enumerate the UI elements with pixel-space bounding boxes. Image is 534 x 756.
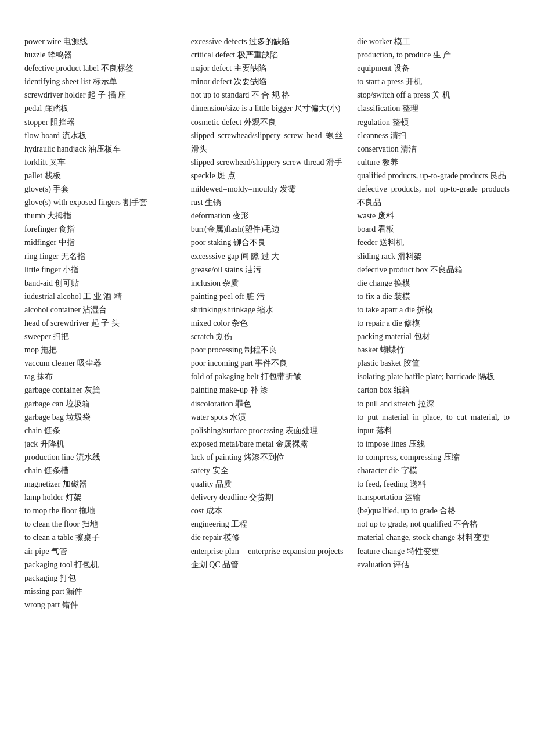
term-1-33: chain 链条槽	[23, 464, 178, 477]
term-3-22: packing material 包材	[356, 330, 511, 343]
term-2-23: poor processing 制程不良	[190, 343, 345, 357]
term-3-2: production, to produce 生 产	[356, 48, 511, 62]
term-3-21: to repair a die 修模	[356, 316, 511, 330]
term-2-30: exposed metal/bare metal 金属裸露	[190, 437, 345, 451]
column-3: die worker 模工production, to produce 生 产e…	[356, 35, 511, 611]
term-3-20: to take apart a die 拆模	[356, 303, 511, 316]
term-1-8: flow board 流水板	[23, 129, 178, 142]
term-2-33: quality 品质	[190, 477, 345, 491]
term-3-19: to fix a die 装模	[356, 290, 511, 303]
term-3-26: carton box 纸箱	[356, 383, 511, 397]
term-1-14: thumb 大拇指	[23, 209, 178, 222]
term-2-5: not up to standard 不 合 规 格	[190, 88, 345, 102]
term-1-42: missing part 漏件	[23, 585, 178, 598]
term-2-36: engineering 工程	[190, 517, 345, 531]
term-1-37: to clean the floor 扫地	[23, 517, 178, 531]
term-1-23: sweeper 扫把	[23, 330, 178, 343]
term-3-35: not up to grade, not qualified 不合格	[356, 517, 511, 531]
column-1: power wire 电源线buzzle 蜂鸣器defective produc…	[23, 35, 178, 611]
term-1-7: stopper 阻挡器	[23, 116, 178, 129]
term-3-11: qualified products, up-to-grade products…	[356, 169, 511, 182]
term-1-31: jack 升降机	[23, 437, 178, 451]
term-3-13: waste 废料	[356, 209, 511, 222]
term-2-22: scratch 划伤	[190, 330, 345, 343]
term-3-30: to compress, compressing 压缩	[356, 451, 511, 464]
term-3-5: stop/switch off a press 关 机	[356, 88, 511, 102]
term-1-13: glove(s) with exposed fingers 割手套	[23, 196, 178, 209]
term-2-2: critical defect 极严重缺陷	[190, 48, 345, 62]
term-1-1: power wire 电源线	[23, 35, 178, 48]
term-2-17: grease/oil stains 油污	[190, 263, 345, 276]
term-3-1: die worker 模工	[356, 35, 511, 48]
term-3-7: regulation 整顿	[356, 116, 511, 129]
term-3-9: conservation 清洁	[356, 142, 511, 156]
term-2-29: polishing/surface processing 表面处理	[190, 424, 345, 437]
term-2-6: dimension/size is a little bigger 尺寸偏大(小…	[190, 102, 345, 115]
term-3-8: cleanness 清扫	[356, 129, 511, 142]
term-2-9: slipped screwhead/shippery screw thread …	[190, 156, 345, 169]
term-3-23: basket 蝴蝶竹	[356, 343, 511, 357]
term-3-16: sliding rack 滑料架	[356, 250, 511, 263]
term-1-3: defective product label 不良标签	[23, 62, 178, 75]
term-3-18: die change 换模	[356, 276, 511, 290]
term-3-34: (be)qualfied, up to grade 合格	[356, 504, 511, 517]
main-content: power wire 电源线buzzle 蜂鸣器defective produc…	[23, 35, 511, 611]
term-1-2: buzzle 蜂鸣器	[23, 48, 178, 62]
term-2-31: lack of painting 烤漆不到位	[190, 451, 345, 464]
term-3-38: evaluation 评估	[356, 558, 511, 571]
term-2-32: safety 安全	[190, 464, 345, 477]
term-1-15: forefinger 食指	[23, 222, 178, 236]
term-3-10: culture 教养	[356, 156, 511, 169]
term-1-19: band-aid 创可贴	[23, 276, 178, 290]
term-1-29: garbage bag 垃圾袋	[23, 411, 178, 424]
term-1-21: alcohol container 沾湿台	[23, 303, 178, 316]
term-2-12: rust 生锈	[190, 196, 345, 209]
term-1-39: air pipe 气管	[23, 545, 178, 558]
term-1-10: forklift 叉车	[23, 156, 178, 169]
term-1-26: rag 抹布	[23, 370, 178, 383]
term-2-25: fold of pakaging belt 打包带折皱	[190, 370, 345, 383]
term-3-29: to impose lines 压线	[356, 437, 511, 451]
term-3-37: feature change 特性变更	[356, 545, 511, 558]
term-3-36: material change, stock change 材料变更	[356, 531, 511, 544]
term-2-14: burr(金属)flash(塑件)毛边	[190, 222, 345, 236]
term-2-38: enterprise plan = enterprise expansion p…	[190, 545, 345, 571]
term-1-6: pedal 踩踏板	[23, 102, 178, 115]
term-1-16: midfinger 中指	[23, 236, 178, 249]
term-1-30: chain 链条	[23, 424, 178, 437]
term-3-31: character die 字模	[356, 464, 511, 477]
term-3-3: equipment 设备	[356, 62, 511, 75]
term-3-4: to start a press 开机	[356, 75, 511, 88]
term-1-40: packaging tool 打包机	[23, 558, 178, 571]
term-2-1: excessive defects 过多的缺陷	[190, 35, 345, 48]
term-3-6: classification 整理	[356, 102, 511, 115]
term-2-28: water spots 水渍	[190, 411, 345, 424]
term-2-27: discoloration 罪色	[190, 397, 345, 411]
term-1-34: magnetizer 加磁器	[23, 477, 178, 491]
term-1-5: screwdriver holder 起 子 插 座	[23, 88, 178, 102]
term-1-38: to clean a table 擦桌子	[23, 531, 178, 544]
term-1-43: wrong part 错件	[23, 598, 178, 611]
term-1-9: hydraulic handjack 油压板车	[23, 142, 178, 156]
term-1-36: to mop the floor 拖地	[23, 504, 178, 517]
term-3-33: transportation 运输	[356, 491, 511, 504]
term-1-32: production line 流水线	[23, 451, 178, 464]
term-1-4: identifying sheet list 标示单	[23, 75, 178, 88]
term-3-17: defective product box 不良品箱	[356, 263, 511, 276]
term-3-27: to pull and stretch 拉深	[356, 397, 511, 411]
term-1-12: glove(s) 手套	[23, 182, 178, 196]
term-1-41: packaging 打包	[23, 571, 178, 585]
term-2-13: deformation 变形	[190, 209, 345, 222]
term-2-15: poor staking 铆合不良	[190, 236, 345, 249]
term-3-28: to put material in place, to cut materia…	[356, 411, 511, 437]
term-1-27: garbage container 灰箕	[23, 383, 178, 397]
term-2-8: slipped screwhead/slippery screw head 螺丝…	[190, 129, 345, 156]
term-1-18: little finger 小指	[23, 263, 178, 276]
term-2-10: speckle 斑 点	[190, 169, 345, 182]
term-2-16: excesssive gap 间 隙 过 大	[190, 250, 345, 263]
term-2-20: shrinking/shrinkage 缩水	[190, 303, 345, 316]
term-2-24: poor incoming part 事件不良	[190, 357, 345, 370]
term-2-35: cost 成本	[190, 504, 345, 517]
term-2-37: die repair 模修	[190, 531, 345, 544]
term-1-28: garbage can 垃圾箱	[23, 397, 178, 411]
